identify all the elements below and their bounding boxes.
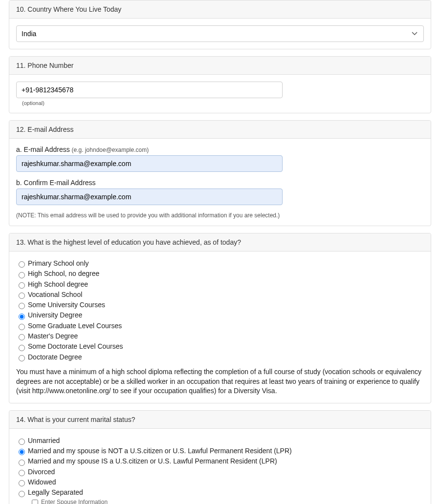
marital-radio[interactable] (19, 491, 25, 497)
education-radio[interactable] (19, 334, 25, 340)
marital-option-label[interactable]: Legally Separated (16, 488, 83, 496)
marital-radio[interactable] (19, 460, 25, 466)
email-b-input[interactable] (16, 189, 283, 205)
education-option-label[interactable]: Some Graduate Level Courses (16, 322, 122, 330)
education-radio[interactable] (19, 261, 25, 268)
education-option-text: High School degree (28, 280, 88, 288)
spouse-info-sub: Enter Spouse Information (30, 497, 424, 504)
section-body-marital: UnmarriedMarried and my spouse is NOT a … (9, 429, 431, 504)
section-header-education: 13. What is the highest level of educati… (9, 233, 431, 252)
marital-option: Married and my spouse is NOT a U.S.citiz… (16, 446, 424, 456)
marital-option-label[interactable]: Widowed (16, 478, 56, 486)
education-radio[interactable] (19, 324, 25, 330)
education-option: Some Graduate Level Courses (16, 321, 424, 331)
education-option: Some University Courses (16, 300, 424, 310)
marital-option-text: Married and my spouse IS a U.S.citizen o… (28, 457, 277, 465)
email-group-a: a. E-mail Address (e.g. johndoe@example.… (16, 146, 424, 172)
education-option: University Degree (16, 310, 424, 320)
marital-option: Married and my spouse IS a U.S.citizen o… (16, 456, 424, 466)
marital-option: Unmarried (16, 436, 424, 446)
education-option-label[interactable]: Doctorate Degree (16, 353, 82, 361)
education-option-label[interactable]: Master's Degree (16, 332, 78, 340)
section-country: 10. Country Where You Live Today India (9, 0, 431, 49)
marital-radio[interactable] (19, 449, 25, 455)
education-option-label[interactable]: Some Doctorate Level Courses (16, 342, 123, 350)
country-select[interactable]: India (16, 25, 424, 42)
marital-option-text: Divorced (28, 468, 55, 476)
education-option-text: Doctorate Degree (28, 353, 82, 361)
marital-option-text: Unmarried (28, 437, 60, 444)
email-group-b: b. Confirm E-mail Address (16, 179, 424, 205)
section-email: 12. E-mail Address a. E-mail Address (e.… (9, 120, 431, 226)
education-option: Master's Degree (16, 331, 424, 341)
education-radio[interactable] (19, 272, 25, 278)
education-radio[interactable] (19, 293, 25, 299)
email-a-label-row: a. E-mail Address (e.g. johndoe@example.… (16, 146, 424, 153)
marital-radio-list: UnmarriedMarried and my spouse is NOT a … (16, 436, 424, 504)
section-header-email: 12. E-mail Address (9, 121, 431, 139)
email-a-hint: (e.g. johndoe@example.com) (72, 147, 149, 153)
education-radio-list: Primary School onlyHigh School, no degre… (16, 258, 424, 362)
education-option-text: Some Graduate Level Courses (28, 322, 122, 330)
section-header-country: 10. Country Where You Live Today (9, 0, 431, 19)
education-option-text: High School, no degree (28, 270, 99, 277)
education-option-label[interactable]: High School, no degree (16, 270, 99, 277)
marital-option-label[interactable]: Married and my spouse is NOT a U.S.citiz… (16, 447, 292, 455)
education-radio[interactable] (19, 282, 25, 289)
marital-radio[interactable] (19, 470, 25, 476)
phone-input[interactable] (16, 82, 283, 98)
marital-option: Legally SeparatedEnter Spouse Informatio… (16, 487, 424, 504)
education-option-text: Some Doctorate Level Courses (28, 342, 123, 350)
education-option: Primary School only (16, 258, 424, 269)
email-a-label: a. E-mail Address (16, 146, 72, 153)
marital-option-label[interactable]: Married and my spouse IS a U.S.citizen o… (16, 457, 277, 465)
education-radio[interactable] (19, 355, 25, 361)
email-a-input[interactable] (16, 155, 283, 172)
education-option: Vocational School (16, 290, 424, 300)
section-header-marital: 14. What is your current marital status? (9, 411, 431, 429)
education-option-label[interactable]: Primary School only (16, 259, 89, 267)
section-marital: 14. What is your current marital status?… (9, 410, 431, 504)
education-option-text: University Degree (28, 311, 82, 319)
marital-option-text: Widowed (28, 478, 56, 486)
section-header-phone: 11. Phone Number (9, 57, 431, 75)
section-education: 13. What is the highest level of educati… (9, 233, 431, 403)
education-option-text: Vocational School (28, 291, 82, 298)
education-option: Doctorate Degree (16, 352, 424, 362)
section-body-email: a. E-mail Address (e.g. johndoe@example.… (9, 139, 431, 226)
education-radio[interactable] (19, 345, 25, 351)
spouse-info-label[interactable]: Enter Spouse Information (30, 499, 108, 504)
education-info: You must have a minimum of a high school… (16, 367, 424, 396)
education-option-label[interactable]: Some University Courses (16, 301, 105, 309)
education-radio[interactable] (19, 303, 25, 309)
education-option-label[interactable]: High School degree (16, 280, 88, 288)
email-b-label: b. Confirm E-mail Address (16, 179, 424, 187)
marital-option: Divorced (16, 467, 424, 477)
email-note: (NOTE: This email address will be used t… (16, 212, 424, 219)
marital-radio[interactable] (19, 480, 25, 486)
section-body-education: Primary School onlyHigh School, no degre… (9, 252, 431, 403)
marital-option-text: Married and my spouse is NOT a U.S.citiz… (28, 447, 292, 455)
education-option-label[interactable]: University Degree (16, 311, 82, 319)
section-body-country: India (9, 19, 431, 49)
marital-option: Widowed (16, 477, 424, 487)
education-option: Some Doctorate Level Courses (16, 341, 424, 352)
education-option-text: Primary School only (28, 259, 89, 267)
marital-option-label[interactable]: Unmarried (16, 437, 60, 444)
marital-option-label[interactable]: Divorced (16, 468, 55, 476)
education-option: High School degree (16, 279, 424, 290)
phone-optional-note: (optional) (16, 100, 424, 106)
section-body-phone: (optional) (9, 75, 431, 113)
education-option-label[interactable]: Vocational School (16, 291, 82, 298)
education-option-text: Some University Courses (28, 301, 105, 309)
marital-option-text: Legally Separated (28, 488, 83, 496)
education-option-text: Master's Degree (28, 332, 78, 340)
section-phone: 11. Phone Number (optional) (9, 56, 431, 113)
spouse-info-text: Enter Spouse Information (41, 499, 108, 504)
spouse-info-checkbox[interactable] (32, 500, 38, 504)
education-option: High School, no degree (16, 269, 424, 279)
education-radio[interactable] (19, 314, 25, 320)
marital-radio[interactable] (19, 439, 25, 445)
